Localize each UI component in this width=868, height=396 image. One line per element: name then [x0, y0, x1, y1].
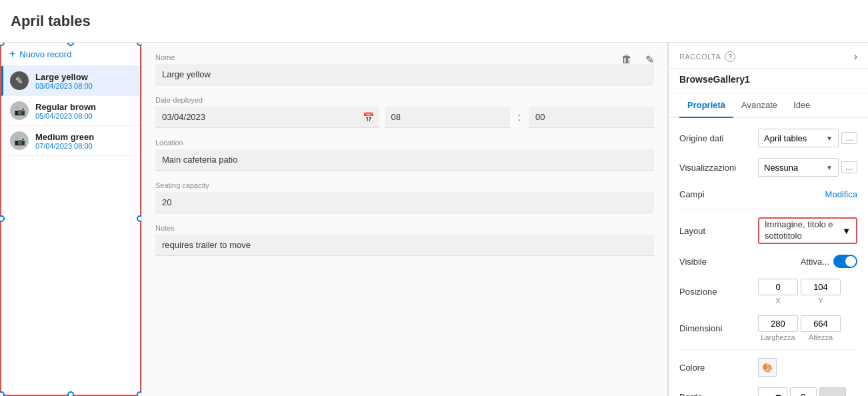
prop-label-dimensioni: Dimensioni: [679, 323, 753, 333]
trash-icon[interactable]: 🗑: [619, 51, 635, 69]
item-date-3: 07/04/2023 08:00: [35, 142, 94, 150]
altezza-label: Altezza: [809, 333, 833, 341]
prop-colore: Colore 🎨: [669, 353, 868, 382]
border-line-icon: —: [763, 392, 771, 397]
input-notes[interactable]: [155, 235, 654, 256]
gallery-list: ✎ Large yellow 03/04/2023 08:00 📷 Regula…: [1, 66, 140, 395]
left-panel: + Nuovo record ✎ Large yellow 03/04/2023…: [0, 43, 141, 396]
item-name-2: Regular brown: [35, 102, 96, 112]
origine-dati-more-button[interactable]: …: [841, 132, 857, 144]
border-style-dropdown[interactable]: — ▼: [758, 387, 787, 396]
center-panel: 🗑 ✎ Nome Date deployed 📅 : Location: [141, 43, 668, 396]
x-axis-label: X: [775, 297, 780, 305]
item-date-2: 05/04/2023 08:00: [35, 112, 96, 120]
chevron-down-icon: ▼: [774, 392, 783, 397]
item-date-1: 03/04/2023 08:00: [35, 82, 93, 90]
resize-handle-bm[interactable]: [67, 391, 74, 396]
chevron-down-icon: ▼: [826, 135, 833, 142]
form-group-nome: Nome: [155, 53, 654, 85]
raccolta-label: RACCOLTA: [679, 53, 721, 61]
prop-posizione: Posizione X Y: [669, 273, 868, 310]
larghezza-input[interactable]: [758, 315, 798, 332]
properties-list: Origine dati April tables ▼ … Visualizza…: [669, 118, 868, 396]
tab-avanzate[interactable]: Avanzate: [733, 93, 785, 118]
prop-bordo: Bordo — ▼: [669, 382, 868, 396]
layout-value: Immagine, titolo e sottotitolo: [765, 219, 842, 242]
prop-label-layout: Layout: [679, 226, 753, 236]
tab-proprieta[interactable]: Proprietà: [679, 93, 733, 118]
list-item[interactable]: 📷 Regular brown 05/04/2023 08:00: [1, 96, 140, 126]
new-record-button[interactable]: + Nuovo record: [1, 43, 140, 66]
calendar-icon: 📅: [363, 112, 374, 123]
resize-handle-bl[interactable]: [0, 391, 5, 396]
time-hours-input[interactable]: [385, 107, 510, 128]
prop-campi: Campi Modifica: [669, 182, 868, 206]
item-icon-3: 📷: [10, 131, 29, 150]
y-axis-label: Y: [818, 297, 823, 305]
top-bar: April tables: [0, 0, 868, 43]
visibile-toggle[interactable]: [833, 255, 857, 268]
toggle-label-text: Attiva...: [801, 257, 829, 267]
right-panel-header: RACCOLTA ? ›: [669, 43, 868, 69]
plus-icon: +: [9, 48, 15, 60]
label-date: Date deployed: [155, 96, 654, 104]
item-name-1: Large yellow: [35, 72, 93, 82]
date-input[interactable]: [155, 107, 379, 128]
form-group-notes: Notes: [155, 224, 654, 256]
main-area: + Nuovo record ✎ Large yellow 03/04/2023…: [0, 43, 868, 396]
form-group-location: Location: [155, 139, 654, 171]
input-location[interactable]: [155, 149, 654, 171]
time-minutes-input[interactable]: [529, 107, 654, 128]
visualizzazioni-more-button[interactable]: …: [841, 161, 857, 173]
component-name: BrowseGallery1: [669, 69, 868, 93]
chevron-down-icon: ▼: [826, 164, 833, 171]
origine-dati-dropdown[interactable]: April tables ▼: [758, 129, 839, 147]
chevron-down-icon: ▼: [842, 226, 851, 236]
prop-label-campi: Campi: [679, 189, 753, 199]
tab-idee[interactable]: Idee: [785, 93, 818, 118]
prop-origine-dati: Origine dati April tables ▼ …: [669, 123, 868, 153]
item-icon-2: 📷: [10, 101, 29, 120]
label-seating: Seating capacity: [155, 181, 654, 189]
item-name-3: Medium green: [35, 132, 94, 142]
campi-modifica-link[interactable]: Modifica: [825, 189, 857, 199]
input-nome[interactable]: [155, 64, 654, 85]
border-color-button[interactable]: [819, 387, 846, 396]
form-group-seating: Seating capacity: [155, 181, 654, 213]
panel-chevron-icon[interactable]: ›: [854, 51, 857, 63]
prop-label-posizione: Posizione: [679, 287, 753, 297]
pencil-icon[interactable]: ✎: [643, 51, 657, 69]
prop-label-bordo: Bordo: [679, 392, 753, 397]
label-location: Location: [155, 139, 654, 147]
prop-layout: Layout Immagine, titolo e sottotitolo ▼: [669, 212, 868, 249]
posizione-x-input[interactable]: [758, 279, 798, 295]
app-title: April tables: [11, 13, 91, 30]
prop-dimensioni: Dimensioni Larghezza Altezza: [669, 310, 868, 347]
help-icon[interactable]: ?: [725, 51, 735, 62]
altezza-input[interactable]: [801, 315, 841, 332]
prop-label-visualizzazioni: Visualizzazioni: [679, 163, 753, 173]
posizione-y-input[interactable]: [801, 279, 841, 295]
layout-dropdown[interactable]: Immagine, titolo e sottotitolo ▼: [758, 217, 857, 244]
list-item[interactable]: ✎ Large yellow 03/04/2023 08:00: [1, 66, 140, 96]
time-colon: :: [515, 111, 523, 123]
prop-label-colore: Colore: [679, 363, 753, 373]
label-notes: Notes: [155, 224, 654, 232]
visualizzazioni-dropdown[interactable]: Nessuna ▼: [758, 158, 839, 177]
right-panel: RACCOLTA ? › BrowseGallery1 Proprietà Av…: [668, 43, 868, 396]
input-seating[interactable]: [155, 192, 654, 213]
prop-label-origine: Origine dati: [679, 133, 753, 143]
form-group-date: Date deployed 📅 :: [155, 96, 654, 128]
list-item[interactable]: 📷 Medium green 07/04/2023 08:00: [1, 126, 140, 156]
center-toolbar: 🗑 ✎: [619, 51, 657, 69]
tabs-row: Proprietà Avanzate Idee: [669, 93, 868, 118]
new-record-label: Nuovo record: [19, 49, 71, 59]
item-icon-1: ✎: [10, 71, 29, 90]
color-picker-button[interactable]: 🎨: [758, 358, 777, 377]
label-nome: Nome: [155, 53, 654, 61]
prop-visibile: Visibile Attiva...: [669, 249, 868, 273]
prop-label-visibile: Visibile: [679, 257, 753, 267]
border-width-input[interactable]: [790, 387, 817, 396]
larghezza-label: Larghezza: [761, 333, 795, 341]
color-picker-icon: 🎨: [762, 363, 773, 373]
